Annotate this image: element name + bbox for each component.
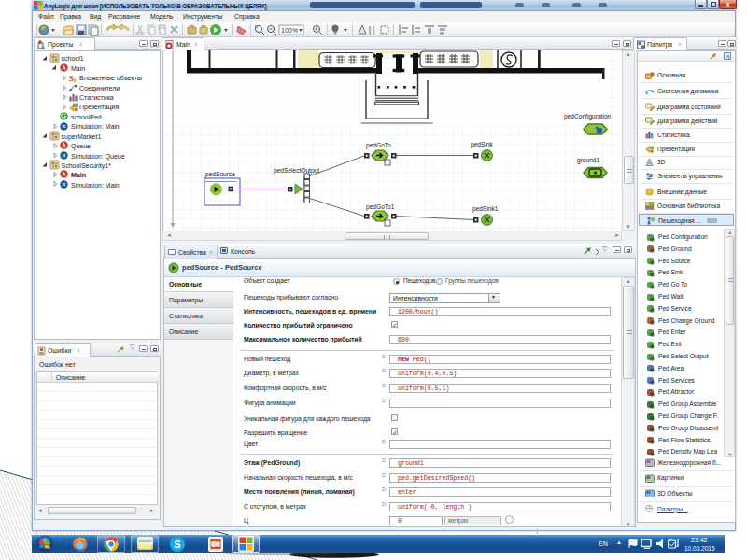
svg-text:pedSink: pedSink xyxy=(471,141,494,148)
svg-text:SchoolSecurity1*: SchoolSecurity1* xyxy=(62,162,112,170)
svg-text:schoolPed: schoolPed xyxy=(71,114,102,120)
svg-text:pedConfiguration: pedConfiguration xyxy=(564,113,612,120)
svg-text:Simulation: Main: Simulation: Main xyxy=(71,123,120,130)
svg-text:pedGoTo: pedGoTo xyxy=(366,142,391,149)
svg-text:Статистика: Статистика xyxy=(79,94,114,101)
svg-text:school1: school1 xyxy=(62,55,84,62)
svg-text:ground1: ground1 xyxy=(577,157,600,164)
svg-text:100%: 100% xyxy=(281,27,298,34)
svg-text:S: S xyxy=(174,539,180,550)
svg-text:Main: Main xyxy=(71,172,86,178)
svg-text:Соединители: Соединители xyxy=(79,85,120,92)
svg-text:pedSource: pedSource xyxy=(205,171,235,178)
svg-text:Презентация: Презентация xyxy=(79,104,119,111)
svg-text:Simulation: Queue: Simulation: Queue xyxy=(71,153,125,161)
svg-text:pedSink1: pedSink1 xyxy=(472,205,499,213)
svg-text:superMarket1: superMarket1 xyxy=(62,133,102,141)
svg-text:Simulation: Main: Simulation: Main xyxy=(71,182,120,189)
svg-text:pedSelectOutput: pedSelectOutput xyxy=(274,167,319,175)
svg-text:Queue: Queue xyxy=(71,143,91,150)
svg-text:pedGoTo1: pedGoTo1 xyxy=(366,203,395,211)
svg-text:Main: Main xyxy=(71,65,85,72)
svg-text:6: 6 xyxy=(74,77,77,83)
svg-text:Вложенные объекты: Вложенные объекты xyxy=(79,75,142,81)
